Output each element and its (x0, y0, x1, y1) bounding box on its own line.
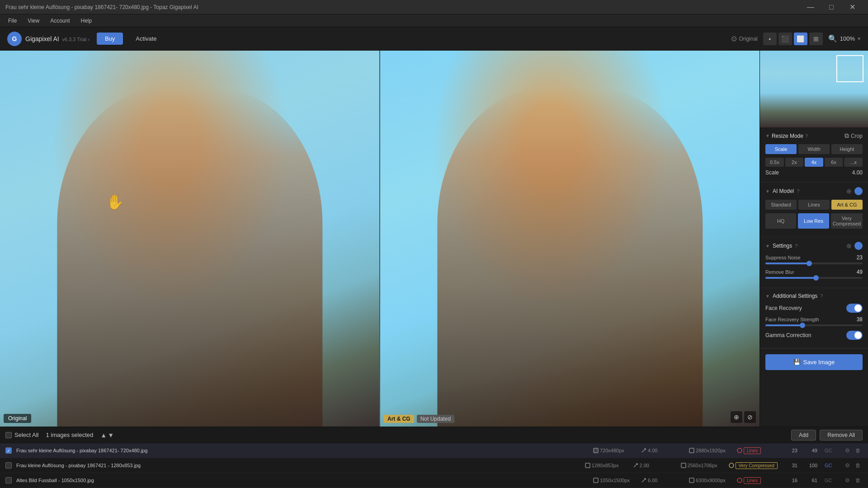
zoom-icon[interactable]: 🔍 (828, 34, 837, 43)
menu-help[interactable]: Help (76, 17, 97, 25)
activate-button[interactable]: Activate (130, 33, 162, 45)
file-checkbox-3[interactable] (5, 477, 12, 483)
view-btn-grid[interactable]: ⊞ (809, 33, 823, 45)
file-checkbox-2[interactable] (5, 462, 12, 469)
file-delete-btn-2[interactable]: 🗑 (854, 462, 863, 469)
scale-tab[interactable]: Scale (765, 144, 797, 154)
file-settings-btn-2[interactable]: ⚙ (843, 462, 852, 469)
settings-toggle[interactable] (854, 242, 863, 250)
face-recovery-toggle[interactable] (846, 304, 863, 313)
model-type-group: Standard Lines Art & CG (765, 200, 863, 210)
scale-6x[interactable]: 6x (825, 158, 843, 167)
add-button[interactable]: Add (791, 430, 816, 441)
buy-button[interactable]: Buy (97, 33, 123, 45)
gamma-correction-label: Gamma Correction (765, 332, 811, 338)
menu-file[interactable]: File (4, 17, 21, 25)
additional-settings-header: ▼ Additional Settings ? (765, 293, 863, 299)
remove-all-button[interactable]: Remove All (820, 430, 863, 441)
file-list-area: Select All 1 images selected ▲ ▼ Add Rem… (0, 427, 868, 488)
ai-collapse-icon[interactable]: ▼ (765, 189, 770, 194)
maximize-button[interactable]: □ (821, 0, 842, 14)
remove-blur-label-row: Remove Blur 49 (765, 269, 863, 275)
scale-0-5x[interactable]: 0.5x (765, 158, 784, 167)
lines-tab[interactable]: Lines (798, 200, 830, 210)
ai-settings-icon[interactable]: ⊕ (846, 188, 852, 195)
close-button[interactable]: ✕ (842, 0, 863, 14)
file-row[interactable]: Altes Bild Fussball - 1050x1500.jpg 1050… (0, 473, 868, 488)
view-btn-split-h[interactable]: ⬜ (794, 33, 807, 45)
file-blur-1: 49 (805, 448, 817, 453)
file-row[interactable]: Frau kleine Auflösung - pixabay 1867421 … (0, 458, 868, 473)
file-delete-btn-1[interactable]: 🗑 (854, 447, 863, 454)
file-src-size-1: 720x480px (593, 448, 634, 453)
scale-4x[interactable]: 4x (805, 158, 823, 167)
ai-model-toggle[interactable] (854, 187, 863, 195)
remove-blur-slider-row: Remove Blur 49 (765, 269, 863, 279)
standard-tab[interactable]: Standard (765, 200, 797, 210)
height-tab[interactable]: Height (831, 144, 863, 154)
original-label: ⊙ Original (731, 34, 757, 43)
file-settings-btn-3[interactable]: ⚙ (843, 477, 852, 483)
suppress-noise-track[interactable] (765, 263, 863, 264)
lowres-tab[interactable]: Low Res (798, 213, 829, 229)
file-actions-2: ⚙ 🗑 (843, 462, 863, 469)
file-checkbox-1[interactable]: ✓ (5, 447, 12, 454)
crop-badge[interactable]: ⧉ Crop (844, 132, 863, 140)
additional-collapse-icon[interactable]: ▼ (765, 294, 770, 299)
view-btn-split-v[interactable]: ⬛ (778, 33, 792, 45)
resize-mode-help[interactable]: ? (805, 133, 808, 139)
ai-model-help[interactable]: ? (797, 188, 799, 194)
settings-icon[interactable]: ⊕ (846, 242, 852, 249)
settings-help[interactable]: ? (795, 243, 797, 249)
face-recovery-strength-track[interactable] (765, 324, 863, 326)
model-badge-2: Very Compressed (736, 462, 778, 469)
file-out-size-3: 6300x9000px (689, 478, 730, 483)
view-btn-single[interactable]: ▪ (763, 33, 777, 45)
hq-tab[interactable]: HQ (765, 213, 796, 229)
select-all-label[interactable]: Select All (14, 432, 38, 438)
file-delete-btn-3[interactable]: 🗑 (854, 477, 863, 483)
scale-2x[interactable]: 2x (785, 158, 804, 167)
svg-rect-5 (585, 463, 590, 468)
svg-point-10 (737, 478, 742, 483)
model-quality-group: HQ Low Res Very Compressed (765, 213, 863, 229)
remove-blur-track[interactable] (765, 277, 863, 279)
pane-icon-btn-1[interactable]: ⊕ (731, 411, 742, 423)
select-all-checkbox[interactable] (5, 432, 12, 438)
pane-icon-btn-2[interactable]: ⊘ (744, 411, 756, 423)
resize-collapse-icon[interactable]: ▼ (765, 133, 770, 138)
save-image-button[interactable]: 💾 Save Image (765, 354, 863, 370)
crop-icon: ⧉ (844, 132, 849, 140)
scale-custom[interactable]: ...x (844, 158, 863, 167)
zoom-dropdown[interactable]: ▾ (858, 35, 861, 42)
expand-up-button[interactable]: ▲ (100, 432, 107, 439)
scale-value-row: Scale 4.00 (765, 169, 863, 176)
artcg-tab[interactable]: Art & CG (831, 200, 863, 210)
settings-collapse-icon[interactable]: ▼ (765, 244, 770, 249)
face-recovery-strength-row: Face Recovery Strength 38 (765, 316, 863, 326)
settings-section: ▼ Settings ? ⊕ Suppress Noise 23 (760, 237, 868, 288)
file-gc-1: GC (825, 448, 835, 453)
app-version: v6.3.3 Trial › (61, 37, 90, 42)
notupdated-badge: Not Updated (417, 415, 454, 423)
width-tab[interactable]: Width (798, 144, 830, 154)
remove-blur-label: Remove Blur (765, 269, 794, 275)
file-row[interactable]: ✓ Frau sehr kleine Auflösung - pixabay 1… (0, 443, 868, 458)
title-controls: — □ ✕ (800, 0, 863, 14)
svg-point-7 (729, 463, 734, 468)
gamma-correction-toggle[interactable] (846, 331, 863, 340)
minimize-button[interactable]: — (800, 0, 821, 14)
suppress-noise-thumb[interactable] (807, 261, 812, 266)
expand-down-button[interactable]: ▼ (108, 432, 114, 439)
file-actions-1: ⚙ 🗑 (843, 447, 863, 454)
additional-settings-label: Additional Settings (773, 293, 817, 299)
menu-view[interactable]: View (23, 17, 44, 25)
file-settings-btn-1[interactable]: ⚙ (843, 447, 852, 454)
face-recovery-strength-thumb[interactable] (800, 323, 805, 328)
menu-account[interactable]: Account (46, 17, 74, 25)
remove-blur-thumb[interactable] (813, 275, 819, 281)
additional-settings-help[interactable]: ? (820, 293, 823, 299)
vcompressed-tab[interactable]: Very Compressed (831, 213, 863, 229)
svg-rect-0 (594, 448, 598, 453)
processed-badges: Art & CG Not Updated (384, 415, 454, 423)
